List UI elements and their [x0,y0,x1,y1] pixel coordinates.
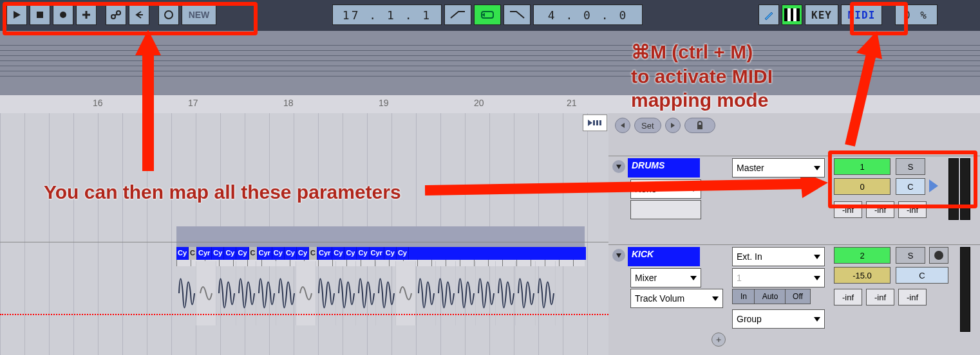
ruler-tick: 21 [567,98,577,108]
automation-arm-button[interactable] [106,5,126,25]
send-c[interactable]: -inf [898,289,927,305]
add-lane-button[interactable]: + [711,332,726,347]
annotation-text-midi: ⌘M (ctrl + M) to activate MIDI mapping m… [631,40,901,113]
set-button[interactable]: Set [634,118,661,133]
svg-marker-0 [14,11,21,19]
track-drums[interactable]: DRUMS Master None 1 S 0 C -inf -inf -inf [608,156,980,245]
track-delay[interactable]: 0 [834,178,890,195]
track-kick[interactable]: KICK Ext. In Mixer 1 Track Volum Group I… [608,244,980,354]
record-button[interactable] [53,5,73,25]
track-delay[interactable]: -15.0 [834,267,890,284]
svg-rect-13 [599,120,601,125]
song-position-display[interactable]: 17 . 1 . 1 [332,5,442,25]
svg-marker-15 [671,123,675,128]
level-meter [960,158,970,220]
lock-button[interactable] [684,118,715,133]
annotation-text-params: You can then map all these parameters [44,180,401,205]
empty-select[interactable] [630,200,701,219]
monitor-in-button[interactable]: In [732,289,755,304]
arrangement-view[interactable]: CyC CyrCy CyCy CCyr CyCy CyC CyrCy CyCy … [0,113,608,355]
track-unfold-icon[interactable] [929,179,938,192]
nav-left-button[interactable] [615,118,630,133]
ruler-tick: 16 [93,98,103,108]
send-c[interactable]: -inf [898,201,927,218]
follow-button[interactable] [583,114,607,131]
ruler-tick: 17 [188,98,198,108]
pan-control[interactable]: C [896,267,948,284]
arm-button[interactable] [929,247,948,264]
back-to-arrangement-button[interactable] [129,5,149,25]
midi-map-button[interactable]: MIDI [841,5,882,25]
ruler-tick: 19 [379,98,389,108]
track-mixer-panel: Set DRUMS Master None 1 S 0 C -inf -inf [608,113,980,355]
solo-button[interactable]: S [896,158,925,175]
monitor-select[interactable]: Mixer [630,268,701,287]
level-meter [948,158,959,220]
ruler-tick: 20 [474,98,484,108]
clip-header-row[interactable]: CyC CyrCy CyCy CCyr CyCy CyC CyrCy CyCy … [176,247,586,260]
overdub-button[interactable] [76,5,97,25]
group-select[interactable]: Group [732,309,825,329]
track-fold-button[interactable] [612,249,625,262]
send-a[interactable]: -inf [834,201,862,218]
svg-rect-16 [697,125,702,129]
audio-clips-row[interactable] [176,261,556,325]
monitor-auto-button[interactable]: Auto [754,289,786,304]
automation-line [0,314,608,315]
input-routing-select[interactable]: None [630,179,701,199]
punch-out-button[interactable] [504,5,531,25]
output-routing-select[interactable]: Ext. In [732,247,825,266]
svg-marker-10 [588,120,592,126]
monitor-value[interactable]: 1 [732,268,825,287]
track-activator[interactable]: 2 [834,247,890,264]
svg-point-2 [60,12,66,18]
session-record-button[interactable] [158,5,179,25]
key-map-button[interactable]: KEY [805,5,838,25]
new-clip-button[interactable]: NEW [182,5,216,25]
ruler-tick: 18 [283,98,294,108]
loop-length-display[interactable]: 4 . 0 . 0 [533,5,643,25]
monitor-off-button[interactable]: Off [785,289,811,304]
automation-select[interactable]: Track Volum [630,289,723,308]
stop-button[interactable] [30,5,50,25]
nav-right-button[interactable] [665,118,681,133]
output-routing-select[interactable]: Master [732,158,825,178]
send-a[interactable]: -inf [834,289,862,305]
loop-button[interactable] [474,5,501,25]
track-fold-button[interactable] [612,160,625,173]
svg-rect-11 [593,120,595,125]
track-name[interactable]: DRUMS [628,158,700,178]
svg-marker-18 [616,253,621,258]
svg-marker-14 [621,123,625,128]
svg-rect-12 [596,120,598,125]
level-meter [960,247,970,332]
play-button[interactable] [6,5,27,25]
svg-rect-1 [37,12,43,18]
track-name[interactable]: KICK [628,247,700,266]
send-b[interactable]: -inf [866,289,894,305]
draw-mode-button[interactable] [759,5,779,25]
svg-marker-17 [616,165,621,169]
track-activator[interactable]: 1 [834,158,890,175]
punch-in-button[interactable] [444,5,471,25]
solo-button[interactable]: S [896,247,925,264]
cpu-load-display: 0 % [895,5,938,25]
pan-control[interactable]: C [896,178,925,195]
send-b[interactable]: -inf [866,201,894,218]
computer-midi-keyboard-button[interactable] [782,5,802,25]
svg-line-5 [115,14,117,15]
svg-point-7 [165,11,173,19]
